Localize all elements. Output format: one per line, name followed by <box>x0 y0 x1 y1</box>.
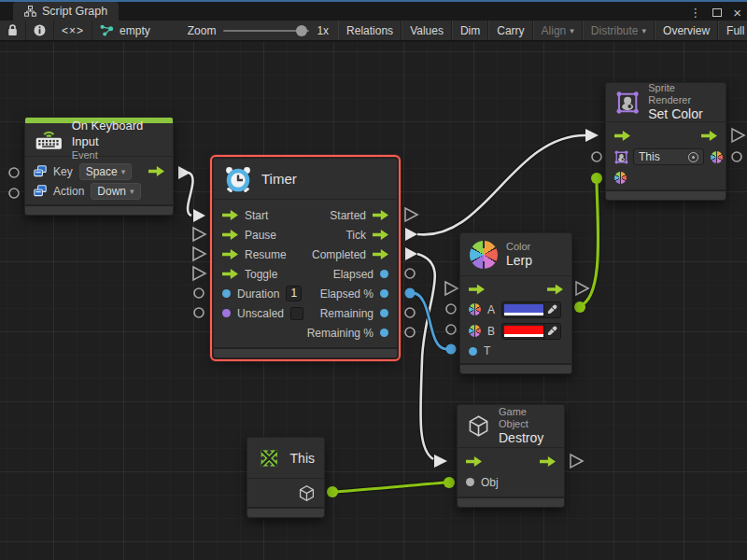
remaining-pct-output-port[interactable] <box>380 329 388 337</box>
graph-node-icon <box>100 24 114 36</box>
window-controls: ⋮ × <box>689 5 741 21</box>
started-flow-output[interactable] <box>373 210 388 220</box>
lerp-flow-input[interactable] <box>469 285 485 295</box>
keyboard-input-node[interactable]: On Keyboard Input Event Key Space <box>24 117 174 216</box>
zoom-slider-knob[interactable] <box>296 25 307 36</box>
this-node[interactable]: This <box>247 437 325 518</box>
color-lerp-node[interactable]: Color Lerp A <box>459 232 572 374</box>
timer-node-title: Timer <box>261 171 297 187</box>
toggle-flow-input[interactable] <box>222 269 238 279</box>
duration-field[interactable]: 1 <box>286 286 302 301</box>
fullscreen-button[interactable]: Full Screen <box>718 21 747 40</box>
action-dropdown[interactable]: Down <box>91 183 140 200</box>
destroy-flow-input[interactable] <box>466 456 482 467</box>
carry-button[interactable]: Carry <box>488 21 532 40</box>
lerp-flow-output[interactable] <box>547 285 563 295</box>
unscaled-checkbox[interactable] <box>290 307 303 320</box>
elapsed-output-port[interactable] <box>380 270 388 278</box>
relations-button[interactable]: Relations <box>338 21 402 40</box>
lerp-node-header[interactable]: Color Lerp <box>460 233 571 276</box>
setcolor-target-field[interactable]: This <box>633 148 704 165</box>
lerp-t-row: T <box>460 342 571 360</box>
lerp-b-field[interactable] <box>501 323 561 340</box>
setcolor-color-input-port[interactable] <box>614 172 627 184</box>
tick-flow-output[interactable] <box>373 230 388 240</box>
remaining-output-port[interactable] <box>380 309 388 317</box>
node-footer <box>214 347 397 357</box>
duration-input-port[interactable] <box>222 289 231 298</box>
setcolor-node-header[interactable]: Sprite Renderer Set Color <box>606 83 726 122</box>
object-picker-icon[interactable] <box>688 152 698 162</box>
destroy-obj-port[interactable] <box>466 478 474 486</box>
timer-node[interactable]: Timer Start Started Pause Tick Resume Co… <box>213 158 398 358</box>
destroy-flow-row <box>458 452 564 471</box>
elapsed-pct-output-port[interactable] <box>380 289 388 298</box>
lerp-a-label: A <box>487 303 495 316</box>
destroy-node[interactable]: Game Object Destroy Obj <box>457 404 565 508</box>
timer-row-2: Pause Tick <box>214 225 397 245</box>
info-button[interactable] <box>26 21 54 40</box>
sprite-renderer-icon <box>614 150 628 164</box>
toolbar-buttons: Relations Values Dim Carry Align Distrib… <box>338 21 747 40</box>
keyboard-node-subtitle: Event <box>72 149 163 161</box>
close-icon[interactable]: × <box>733 5 741 21</box>
destroy-flow-output[interactable] <box>540 456 556 467</box>
zoom-slider[interactable] <box>223 30 309 32</box>
lerp-flow-row <box>460 280 571 299</box>
graph-state-label: empty <box>120 24 150 37</box>
destroy-obj-row: Obj <box>458 471 564 493</box>
tab-title: Script Graph <box>42 5 107 18</box>
fit-window-button[interactable]: <×> <box>54 21 92 40</box>
timer-row-6: Unscaled Remaining <box>214 303 397 323</box>
lerp-b-swatch[interactable] <box>504 326 543 337</box>
completed-flow-output[interactable] <box>373 249 388 259</box>
maximize-icon[interactable] <box>712 8 722 17</box>
overview-button[interactable]: Overview <box>655 21 718 40</box>
lerp-t-port[interactable] <box>469 347 477 356</box>
key-label: Key <box>53 165 73 178</box>
lerp-a-swatch[interactable] <box>504 304 543 315</box>
cube-icon[interactable] <box>298 484 316 502</box>
setcolor-flow-input[interactable] <box>614 131 630 141</box>
node-footer <box>458 497 564 507</box>
script-graph-window: Script Graph ⋮ × <×> <box>0 0 747 560</box>
timer-row-7: Remaining % <box>214 323 397 343</box>
key-dropdown[interactable]: Space <box>79 163 133 180</box>
eyedropper-button[interactable] <box>543 324 560 339</box>
lock-icon <box>7 24 18 36</box>
eyedropper-button[interactable] <box>543 302 560 317</box>
action-label: Action <box>53 185 84 198</box>
cube-icon <box>467 413 490 439</box>
destroy-node-header[interactable]: Game Object Destroy <box>458 405 564 448</box>
align-button: Align <box>533 21 583 40</box>
setcolor-output-port[interactable] <box>711 151 723 163</box>
set-color-node[interactable]: Sprite Renderer Set Color <box>605 82 726 201</box>
unscaled-input-port[interactable] <box>222 309 231 317</box>
keyboard-node-header[interactable]: On Keyboard Input Event <box>25 123 173 157</box>
dim-button[interactable]: Dim <box>452 21 488 40</box>
keyboard-icon <box>35 128 63 151</box>
info-icon <box>34 24 46 36</box>
resume-flow-input[interactable] <box>222 249 238 259</box>
graph-toolbar: <×> empty Zoom 1x Relations Values Dim C… <box>0 21 747 41</box>
timer-row-4: Toggle Elapsed <box>214 264 397 284</box>
setcolor-target-row: This <box>606 146 726 168</box>
start-flow-input[interactable] <box>222 210 238 220</box>
setcolor-flow-output[interactable] <box>701 131 717 141</box>
lerp-category: Color <box>506 241 532 253</box>
more-menu-icon[interactable]: ⋮ <box>689 6 701 20</box>
eyedropper-icon <box>547 304 557 315</box>
graph-breadcrumb[interactable]: empty <box>92 21 158 40</box>
timer-row-5: Duration 1 Elapsed % <box>214 284 397 303</box>
values-button[interactable]: Values <box>402 21 452 40</box>
pause-flow-input[interactable] <box>222 230 238 240</box>
distribute-button: Distribute <box>583 21 655 40</box>
eyedropper-icon <box>547 326 557 336</box>
timer-node-header[interactable]: Timer <box>214 159 397 200</box>
lerp-a-field[interactable] <box>501 301 561 318</box>
event-flow-output[interactable] <box>148 166 164 176</box>
alarm-clock-icon <box>223 164 253 194</box>
this-node-header[interactable]: This <box>247 438 324 479</box>
tab-script-graph[interactable]: Script Graph <box>13 2 119 21</box>
lock-button[interactable] <box>0 21 26 40</box>
